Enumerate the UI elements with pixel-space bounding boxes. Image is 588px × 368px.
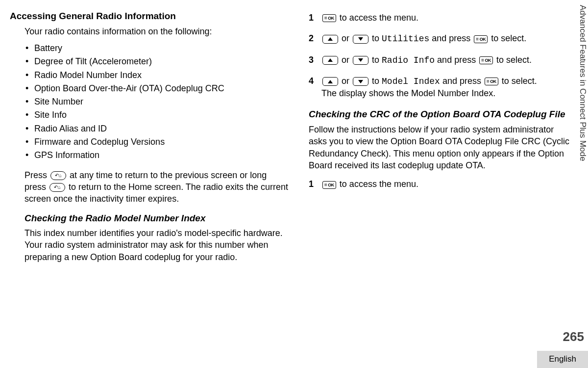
- text: to select.: [496, 55, 532, 65]
- step-body: OK to access the menu.: [321, 12, 573, 24]
- list-item: Site Number: [25, 96, 289, 107]
- step-body: OK to access the menu.: [321, 178, 573, 190]
- list-item: Firmware and Codeplug Versions: [25, 136, 289, 148]
- text: to access the menu.: [340, 179, 418, 189]
- text: and press: [442, 76, 484, 86]
- ok-icon: OK: [474, 35, 488, 43]
- list-item: Site Info: [25, 109, 289, 121]
- back-home-icon: ↶⌂: [50, 171, 66, 180]
- list-item: Option Board Over-the-Air (OTA) Codeplug…: [25, 82, 289, 94]
- down-icon: [353, 77, 368, 86]
- ok-icon: OK: [485, 78, 498, 85]
- list-item: GPS Information: [25, 149, 289, 161]
- text: and press: [437, 55, 478, 65]
- ok-icon: OK: [322, 14, 336, 22]
- heading-2: Checking the CRC of the Option Board OTA…: [309, 108, 573, 121]
- step-number: 2: [309, 32, 316, 45]
- page-number: 265: [563, 328, 584, 345]
- back-home-icon: ↶⌂: [49, 183, 65, 192]
- step-extra: The display shows the Model Number Index…: [321, 87, 573, 99]
- up-icon: [322, 77, 338, 86]
- steps-list: 1 OK to access the menu. 2 or to Utiliti…: [309, 12, 573, 99]
- step: 2 or to Utilities and press OK to select…: [309, 32, 573, 45]
- text: to: [372, 55, 382, 65]
- down-icon: [353, 56, 368, 65]
- text: to access the menu.: [340, 13, 418, 23]
- menu-target: Radio Info: [382, 55, 435, 65]
- bullet-list: Battery Degree of Tilt (Accelerometer) R…: [25, 42, 289, 161]
- text: Press: [24, 170, 49, 180]
- text: to select.: [491, 33, 526, 43]
- step: 1 OK to access the menu.: [309, 12, 573, 24]
- step-number: 1: [309, 12, 316, 24]
- page-content: Accessing General Radio Information Your…: [0, 0, 588, 334]
- language-tab: English: [537, 351, 588, 368]
- heading-1: Accessing General Radio Information: [10, 10, 289, 23]
- list-item: Battery: [25, 42, 289, 54]
- menu-target: Utilities: [382, 34, 429, 44]
- step: 3 or to Radio Info and press OK to selec…: [309, 54, 573, 66]
- col-left: Accessing General Radio Information Your…: [24, 10, 289, 324]
- heading-2: Checking the Radio Model Number Index: [24, 212, 289, 225]
- side-tab: Advanced Features in Connect Plus Mode: [577, 5, 588, 240]
- list-item: Radio Model Number Index: [25, 69, 289, 81]
- text: to: [372, 33, 382, 43]
- list-item: Radio Alias and ID: [25, 123, 289, 134]
- down-icon: [353, 35, 368, 44]
- up-icon: [322, 56, 338, 65]
- text: or: [342, 55, 352, 65]
- list-item: Degree of Tilt (Accelerometer): [25, 55, 289, 67]
- step-number: 3: [309, 54, 316, 66]
- text: and press: [432, 33, 473, 43]
- step-body: or to Radio Info and press OK to select.: [321, 54, 573, 66]
- step-body: or to Model Index and press OK to select…: [321, 75, 573, 100]
- step-number: 4: [309, 75, 316, 100]
- paragraph: Follow the instructions below if your ra…: [309, 124, 573, 171]
- col-right: 1 OK to access the menu. 2 or to Utiliti…: [309, 10, 573, 324]
- press-paragraph: Press ↶⌂ at any time to return to the pr…: [24, 169, 289, 205]
- intro-text: Your radio contains information on the f…: [24, 26, 289, 37]
- step-number: 1: [309, 178, 316, 190]
- ok-icon: OK: [322, 181, 336, 189]
- paragraph: This index number identifies your radio'…: [24, 227, 289, 263]
- up-icon: [322, 35, 338, 44]
- text: or: [342, 33, 352, 43]
- step: 4 or to Model Index and press OK to sele…: [309, 75, 573, 100]
- text: to select.: [502, 76, 537, 86]
- step-body: or to Utilities and press OK to select.: [321, 32, 573, 45]
- menu-target: Model Index: [382, 77, 440, 86]
- text: to: [372, 76, 382, 86]
- step: 1 OK to access the menu.: [309, 178, 573, 190]
- text: or: [342, 76, 352, 86]
- ok-icon: OK: [479, 56, 493, 64]
